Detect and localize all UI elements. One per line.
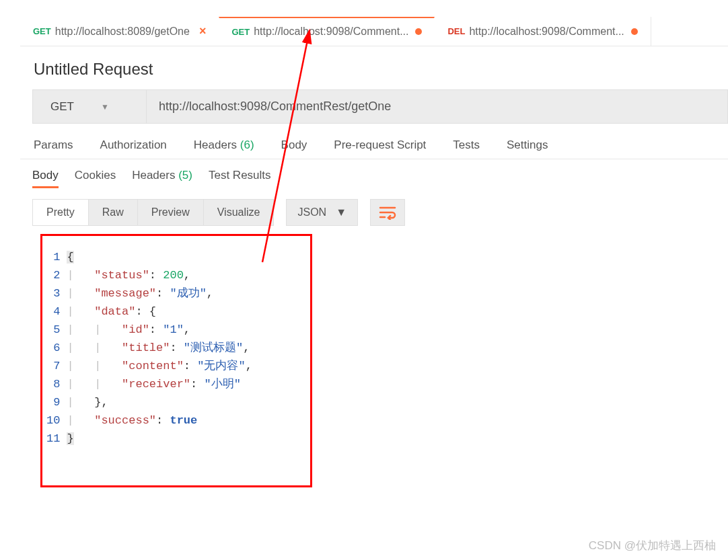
- tab-settings[interactable]: Settings: [507, 138, 548, 152]
- tab-body[interactable]: Body: [281, 138, 307, 152]
- method-select[interactable]: GET ▼: [32, 89, 147, 124]
- tab-request-2[interactable]: DEL http://localhost:9098/Comment...: [435, 17, 650, 46]
- tab-label: http://localhost:8089/getOne: [55, 26, 190, 38]
- wrap-lines-button[interactable]: [370, 199, 405, 226]
- resp-tab-test-results[interactable]: Test Results: [209, 169, 271, 188]
- request-section-tabs: Params Authorization Headers (6) Body Pr…: [20, 124, 728, 159]
- resp-headers-count-badge: (5): [178, 169, 192, 182]
- response-body: 1 2 3 4 5 6 7 8 9 10 11 { | "status": 20…: [40, 234, 312, 487]
- line-num: 6: [46, 339, 60, 357]
- method-badge: GET: [33, 26, 51, 36]
- line-num: 11: [46, 430, 60, 448]
- chevron-down-icon: ▼: [101, 102, 109, 112]
- url-input[interactable]: http://localhost:9098/CommentRest/getOne: [147, 89, 728, 124]
- method-badge: GET: [231, 27, 250, 37]
- tab-request-1[interactable]: GET http://localhost:9098/Comment...: [219, 17, 435, 46]
- headers-count-badge: (6): [240, 138, 254, 151]
- resp-tab-headers[interactable]: Headers (5): [132, 169, 192, 188]
- line-num: 3: [46, 284, 60, 303]
- line-gutter: 1 2 3 4 5 6 7 8 9 10 11: [42, 248, 67, 448]
- tabs-overflow[interactable]: [651, 17, 669, 46]
- view-preview-button[interactable]: Preview: [138, 200, 204, 225]
- method-badge: DEL: [447, 26, 465, 36]
- tab-prerequest[interactable]: Pre-request Script: [334, 138, 426, 152]
- format-select[interactable]: JSON ▼: [286, 199, 358, 226]
- line-num: 2: [46, 266, 60, 284]
- code-content[interactable]: 1 2 3 4 5 6 7 8 9 10 11 { | "status": 20…: [42, 236, 310, 448]
- view-mode-group: Pretty Raw Preview Visualize: [32, 199, 274, 226]
- resp-tab-cookies[interactable]: Cookies: [75, 169, 116, 188]
- request-title: Untitled Request: [20, 46, 728, 89]
- unsaved-dot-icon: [631, 28, 638, 35]
- line-num: 7: [46, 357, 60, 375]
- line-num: 10: [46, 411, 60, 430]
- line-num: 5: [46, 321, 60, 339]
- url-bar: GET ▼ http://localhost:9098/CommentRest/…: [32, 89, 728, 124]
- method-select-value: GET: [50, 100, 74, 114]
- unsaved-dot-icon: [415, 28, 422, 35]
- tab-authorization[interactable]: Authorization: [100, 138, 167, 152]
- tab-headers[interactable]: Headers (6): [194, 138, 254, 152]
- watermark: CSDN @伏加特遇上西柚: [589, 538, 716, 553]
- tab-label: http://localhost:9098/Comment...: [469, 26, 624, 38]
- line-num: 8: [46, 375, 60, 393]
- response-section-tabs: Body Cookies Headers (5) Test Results: [20, 159, 728, 194]
- view-pretty-button[interactable]: Pretty: [33, 200, 89, 225]
- view-raw-button[interactable]: Raw: [89, 200, 138, 225]
- chevron-down-icon: ▼: [336, 206, 347, 218]
- format-select-value: JSON: [297, 206, 326, 218]
- line-num: 9: [46, 393, 60, 411]
- tab-params[interactable]: Params: [34, 138, 73, 152]
- view-controls: Pretty Raw Preview Visualize JSON ▼: [20, 194, 728, 226]
- resp-tab-body[interactable]: Body: [32, 169, 59, 188]
- app-root: GET http://localhost:8089/getOne × GET h…: [0, 0, 728, 487]
- wrap-icon: [379, 205, 396, 220]
- tab-request-0[interactable]: GET http://localhost:8089/getOne ×: [20, 17, 219, 46]
- resp-tab-headers-label: Headers: [132, 169, 175, 182]
- tab-tests[interactable]: Tests: [453, 138, 480, 152]
- tab-label: http://localhost:9098/Comment...: [254, 26, 408, 38]
- json-code: { | "status": 200, | "message": "成功", | …: [67, 248, 252, 448]
- request-tabs-bar: GET http://localhost:8089/getOne × GET h…: [20, 17, 728, 46]
- close-icon[interactable]: ×: [199, 24, 207, 38]
- tab-headers-label: Headers: [194, 138, 237, 151]
- line-num: 1: [46, 248, 60, 266]
- view-visualize-button[interactable]: Visualize: [204, 200, 274, 225]
- line-num: 4: [46, 303, 60, 321]
